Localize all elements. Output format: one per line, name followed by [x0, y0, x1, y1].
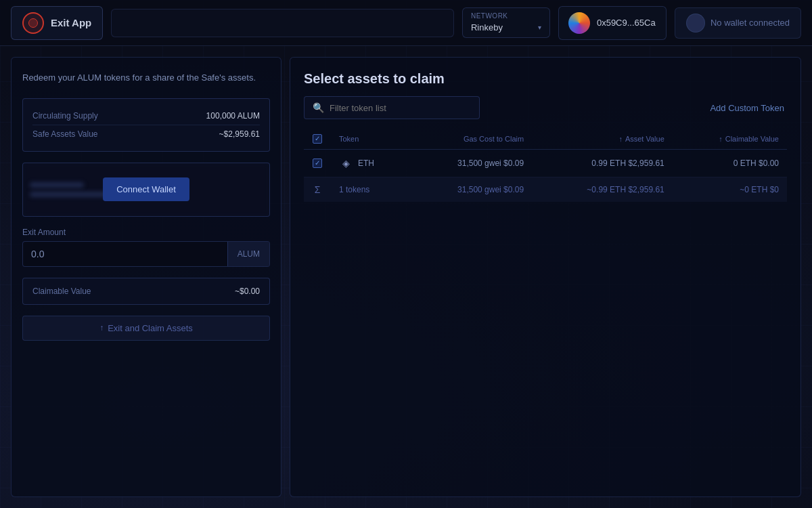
sigma-icon: Σ [315, 184, 321, 195]
table-header-row: Token Gas Cost to Claim ↑ Asset Value [304, 129, 787, 150]
safe-assets-label: Safe Assets Value [32, 129, 98, 139]
circulating-supply-row: Circulating Supply 100,000 ALUM [32, 107, 260, 125]
blur-line-1 [30, 182, 84, 188]
claimable-value-row: Claimable Value ~$0.00 [22, 278, 270, 305]
summary-table-row: Σ 1 tokens 31,500 gwei $0.09 ~0.99 ETH $… [304, 177, 787, 203]
sort-up-icon-2: ↑ [719, 135, 723, 143]
circulating-supply-value: 100,000 ALUM [206, 111, 260, 121]
navbar: Exit App Network Rinkeby Mainnet Ropsten… [0, 0, 812, 46]
connect-wallet-area: Connect Wallet [22, 163, 270, 217]
app-title: Exit App [51, 17, 91, 28]
search-icon: 🔍 [313, 102, 324, 113]
exit-amount-label: Exit Amount [22, 228, 270, 237]
wallet-address-text: 0x59C9...65Ca [597, 18, 656, 28]
network-select[interactable]: Rinkeby Mainnet Ropsten [471, 22, 515, 33]
logo-inner-circle [28, 18, 38, 28]
connect-wallet-button[interactable]: Connect Wallet [103, 177, 189, 201]
stats-card: Circulating Supply 100,000 ALUM Safe Ass… [22, 98, 270, 152]
no-wallet-button[interactable]: No wallet connected [675, 7, 801, 39]
exit-amount-input-row: ALUM [22, 241, 270, 267]
th-claimable-value: ↑ Claimable Value [673, 129, 787, 150]
token-table: Token Gas Cost to Claim ↑ Asset Value [304, 129, 787, 202]
summary-asset-value: ~0.99 ETH $2,959.61 [532, 177, 673, 203]
safe-assets-row: Safe Assets Value ~$2,959.61 [32, 125, 260, 143]
no-wallet-icon [686, 14, 705, 33]
chevron-down-icon: ▾ [538, 24, 541, 31]
th-gas-cost: Gas Cost to Claim [408, 129, 532, 150]
sort-up-icon: ↑ [618, 135, 623, 143]
exit-amount-section: Exit Amount ALUM [22, 228, 270, 267]
upload-icon: ↑ [99, 323, 104, 333]
eth-asset-value: 0.99 ETH $2,959.61 [532, 150, 673, 177]
th-asset-value: ↑ Asset Value [532, 129, 673, 150]
eth-row-checkbox[interactable] [313, 158, 322, 168]
claim-assets-label: Exit and Claim Assets [108, 323, 193, 333]
claim-assets-button[interactable]: ↑ Exit and Claim Assets [22, 316, 270, 341]
no-wallet-label: No wallet connected [710, 18, 790, 28]
amount-suffix: ALUM [227, 242, 269, 266]
exit-app-button[interactable]: Exit App [11, 6, 103, 40]
eth-gas-cost: 31,500 gwei $0.09 [408, 150, 532, 177]
row-checkbox-cell[interactable] [304, 150, 331, 177]
token-search-wrapper: 🔍 [304, 96, 480, 119]
token-name-cell: ◈ ETH [331, 150, 408, 177]
eth-icon: ◈ [339, 156, 353, 170]
th-checkbox[interactable] [304, 129, 331, 150]
network-label: Network [471, 12, 541, 20]
wallet-address-button[interactable]: 0x59C9...65Ca [558, 6, 667, 40]
panel-description: Redeem your ALUM tokens for a share of t… [22, 71, 270, 87]
claimable-label: Claimable Value [32, 287, 91, 296]
circulating-supply-label: Circulating Supply [32, 111, 98, 121]
token-table-wrapper: Token Gas Cost to Claim ↑ Asset Value [304, 129, 787, 483]
token-search-input[interactable] [330, 103, 471, 113]
blur-line-2 [30, 192, 111, 197]
summary-claimable-value: ~0 ETH $0 [673, 177, 787, 203]
table-row: ◈ ETH 31,500 gwei $0.09 0.99 ETH $2,959.… [304, 150, 787, 177]
eth-token-name: ETH [358, 158, 374, 168]
claimable-value: ~$0.00 [235, 287, 260, 296]
left-panel: Redeem your ALUM tokens for a share of t… [11, 57, 281, 497]
right-panel: Select assets to claim 🔍 Add Custom Toke… [290, 57, 801, 497]
right-panel-title: Select assets to claim [304, 71, 787, 87]
safe-assets-value: ~$2,959.61 [219, 129, 260, 139]
main-content: Redeem your ALUM tokens for a share of t… [11, 57, 801, 497]
add-custom-token-button[interactable]: Add Custom Token [707, 100, 787, 116]
summary-token-count: 1 tokens [331, 177, 408, 203]
th-token: Token [331, 129, 408, 150]
eth-claimable-value: 0 ETH $0.00 [673, 150, 787, 177]
summary-sigma-cell: Σ [304, 177, 331, 203]
select-all-checkbox[interactable] [313, 134, 322, 144]
nav-search-bar[interactable] [111, 9, 454, 37]
wallet-avatar-icon [568, 12, 590, 34]
blurred-content [30, 182, 111, 197]
network-selector[interactable]: Network Rinkeby Mainnet Ropsten ▾ [462, 7, 550, 38]
app-logo-icon [22, 12, 44, 34]
exit-amount-input[interactable] [23, 242, 227, 266]
summary-gas-cost: 31,500 gwei $0.09 [408, 177, 532, 203]
filter-row: 🔍 Add Custom Token [304, 96, 787, 119]
